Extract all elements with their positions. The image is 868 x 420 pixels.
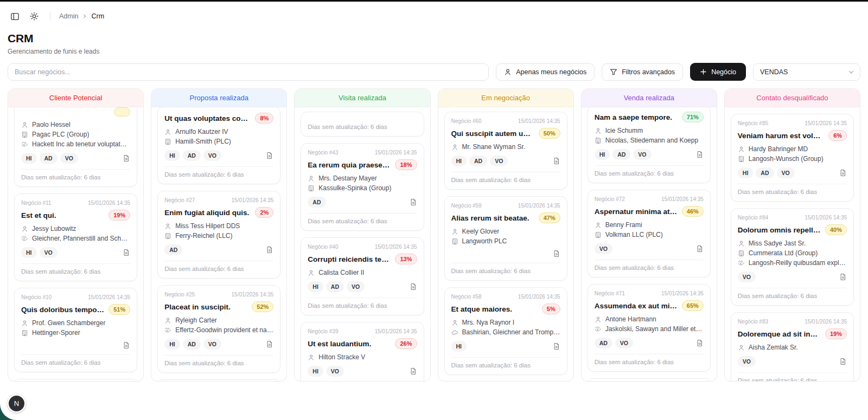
file-icon[interactable]	[266, 152, 273, 159]
file-icon[interactable]	[696, 339, 704, 347]
file-icon[interactable]	[839, 273, 847, 281]
file-icon[interactable]	[696, 151, 704, 158]
page-subtitle: Gerenciamento de funis e leads	[8, 48, 860, 55]
deal-stale-days: Dias sem atualização: 6 dias	[738, 184, 847, 195]
deal-contacts: Mrs. Destany MayerKassulke-Spinka (Group…	[308, 175, 417, 192]
probability-badge: 50%	[539, 128, 560, 139]
deal-tag-row	[451, 250, 560, 257]
deal-id: Negócio #39	[308, 328, 338, 334]
contact-text: Mrs. Nya Raynor I	[462, 319, 515, 326]
deal-tag-row: HIADVO	[738, 167, 847, 178]
deal-card[interactable]: Dias sem atualização: 6 dias	[301, 112, 424, 137]
contact-text: Kassulke-Spinka (Group)	[318, 184, 391, 192]
advanced-filters-button[interactable]: Filtros avançados	[602, 63, 683, 81]
file-icon[interactable]	[410, 198, 417, 206]
deal-card[interactable]: Paolo HesselPagac PLC (Group)Hackett Inc…	[14, 107, 137, 187]
file-icon[interactable]	[123, 249, 130, 256]
deal-card[interactable]: Negócio #2715/01/2026 14:35Enim fugiat a…	[157, 191, 280, 279]
load-more-button[interactable]: Carregar mais	[14, 379, 137, 381]
file-icon[interactable]	[839, 358, 847, 365]
deal-card[interactable]: Negócio #5915/01/2026 14:35Alias rerum s…	[444, 196, 567, 281]
user-avatar[interactable]: N	[8, 395, 25, 412]
file-icon[interactable]	[696, 245, 704, 253]
deal-card[interactable]: Negócio #3915/01/2026 14:35Ut est laudan…	[301, 322, 424, 381]
contact-row: Icie Schumm	[595, 127, 704, 134]
contact-row: Aisha Zemlak Sr.	[738, 344, 847, 351]
deal-contacts: Miss Sadye Jast Sr.Cummerata Ltd (Group)…	[738, 240, 847, 267]
deal-card[interactable]: Negócio #5815/01/2026 14:35Et atque maio…	[444, 287, 567, 375]
new-deal-button[interactable]: Negócio	[690, 63, 746, 81]
file-icon[interactable]	[123, 341, 130, 349]
contact-row: Langosh-Reilly quibusdam explicabo …	[738, 259, 847, 267]
deal-date: 15/01/2026 14:35	[88, 200, 130, 206]
deal-meta: Negócio #5815/01/2026 14:35	[451, 294, 560, 300]
my-deals-filter-button[interactable]: Apenas meus negócios	[496, 63, 595, 81]
deal-date: 15/01/2026 14:35	[805, 319, 847, 325]
deal-card[interactable]: Negócio #8315/01/2026 14:35Doloremque ad…	[731, 312, 854, 381]
contact-row: Gleichner, Pfannerstill and Schoen ea…	[21, 235, 130, 242]
breadcrumb-admin[interactable]: Admin	[59, 12, 78, 20]
deal-card[interactable]: Negócio #6015/01/2026 14:35Qui suscipit …	[444, 112, 567, 190]
file-icon[interactable]	[266, 246, 273, 254]
deal-card[interactable]: Ut quas voluptates commo…8%Arnulfo Kautz…	[157, 107, 280, 184]
tag-badge: HI	[451, 156, 467, 166]
file-icon[interactable]	[553, 343, 560, 350]
kanban-column: Contato desqualificadoNegócio #8515/01/2…	[724, 88, 860, 382]
contact-text: Miss Sadye Jast Sr.	[749, 240, 806, 247]
file-icon[interactable]	[839, 169, 847, 177]
deal-title-row: Assumenda ex aut minus …65%	[595, 300, 704, 311]
building-icon	[738, 156, 745, 163]
deal-title: Alias rerum sit beatae.	[451, 214, 529, 222]
file-icon[interactable]	[553, 250, 560, 257]
file-icon[interactable]	[410, 283, 417, 290]
contact-text: Volkman LLC (PLC)	[605, 231, 663, 238]
deal-card[interactable]: Negócio #7115/01/2026 14:35Assumenda ex …	[588, 284, 711, 372]
probability-badge: 52%	[252, 301, 273, 312]
person-icon	[595, 222, 602, 229]
plus-icon	[700, 68, 707, 75]
tag-badge: AD	[326, 281, 344, 292]
deal-date: 15/01/2026 14:35	[805, 120, 847, 126]
app-sheet: Admin Crm CRM Gerenciamento de funis e l…	[0, 2, 868, 420]
contact-row: Hackett Inc ab tenetur voluptatem vo…	[21, 140, 130, 148]
deal-meta: Negócio #6015/01/2026 14:35	[451, 118, 560, 124]
sidebar-toggle-button[interactable]	[8, 9, 22, 23]
deal-title-row: Placeat in suscipit.52%	[164, 301, 273, 312]
deal-date: 15/01/2026 14:35	[375, 244, 417, 250]
deal-id: Negócio #10	[21, 294, 52, 300]
deal-card[interactable]: Negócio #1015/01/2026 14:35Quis doloribu…	[14, 288, 137, 372]
deal-card[interactable]: Negócio #7215/01/2026 14:35Aspernatur mi…	[588, 190, 711, 277]
deal-date: 15/01/2026 14:35	[88, 294, 130, 300]
contact-row: Miss Sadye Jast Sr.	[738, 240, 847, 247]
deal-tags: HI	[451, 341, 467, 352]
file-icon[interactable]	[553, 157, 560, 165]
contact-row: Langworth PLC	[451, 237, 560, 245]
chevron-down-icon	[848, 69, 854, 75]
file-icon[interactable]	[410, 367, 417, 375]
breadcrumb-crm[interactable]: Crm	[91, 12, 104, 20]
deal-title-row: Dolorum omnis repellat.40%	[738, 224, 847, 235]
deal-card[interactable]: Negócio #8515/01/2026 14:35Veniam harum …	[731, 114, 854, 202]
deal-card[interactable]: Negócio #1115/01/2026 14:35Est et qui.19…	[14, 193, 137, 281]
contact-row: Hardy Bahringer MD	[738, 145, 847, 153]
deal-card[interactable]: Nam a saepe tempore.71%Icie SchummNicola…	[588, 107, 711, 183]
deal-title: Aspernatur minima atque.	[595, 208, 678, 216]
deal-card[interactable]: Negócio #8415/01/2026 14:35Dolorum omnis…	[731, 208, 854, 306]
deal-tags: HIADVO	[164, 339, 221, 350]
funnel-select[interactable]: VENDAS	[753, 63, 860, 81]
person-icon	[595, 316, 602, 323]
deal-card[interactable]: Negócio #4315/01/2026 14:35Ea rerum quia…	[301, 143, 424, 231]
contact-row: Hilton Stracke V	[308, 353, 417, 361]
deal-card[interactable]: Negócio #2515/01/2026 14:35Placeat in su…	[157, 285, 280, 373]
kanban-column: Cliente PotencialPaolo HesselPagac PLC (…	[8, 88, 144, 382]
search-input[interactable]	[8, 63, 489, 81]
load-more-button[interactable]: Carregar mais	[588, 378, 711, 381]
deal-tag-row: HIADVO	[164, 150, 273, 161]
file-icon[interactable]	[266, 340, 273, 348]
theme-toggle-button[interactable]	[27, 9, 41, 23]
deal-card[interactable]: Negócio #4015/01/2026 14:35Corrupti reic…	[301, 237, 424, 315]
deal-tag-row: HIVO	[21, 247, 130, 258]
handshake-icon	[738, 260, 745, 267]
file-icon[interactable]	[123, 154, 130, 162]
load-more-button[interactable]: Carregar mais	[157, 379, 280, 381]
